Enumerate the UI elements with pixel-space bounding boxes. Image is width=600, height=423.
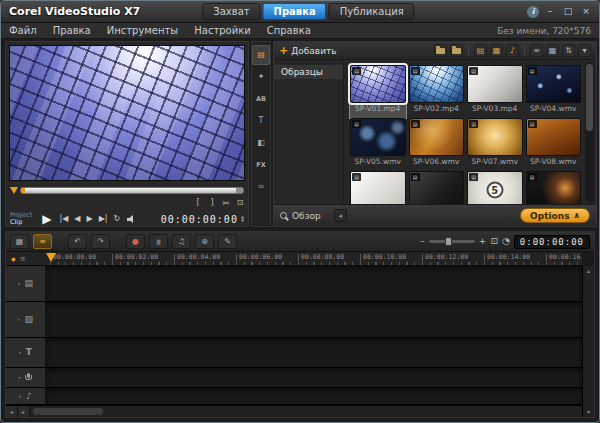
tab-share[interactable]: Публикация <box>329 3 415 20</box>
timeline-view-button[interactable]: ≡ <box>33 234 52 249</box>
duration-icon[interactable]: ◔ <box>502 237 510 246</box>
overlay-track-lane[interactable] <box>46 302 582 337</box>
split-clip-icon[interactable]: ✂ <box>222 199 230 208</box>
timeline-ruler[interactable]: ◆ ≡ 00:00:00:00 00:00:02:00 00:00:04:00 … <box>6 252 582 266</box>
menu-file[interactable]: Файл <box>1 25 45 36</box>
mark-in-button[interactable]: [ <box>194 199 202 207</box>
preview-playhead[interactable] <box>10 187 18 194</box>
title-tab[interactable]: T <box>252 111 270 131</box>
voice-track-header[interactable]: ▸ <box>6 368 46 387</box>
library-clip[interactable]: ▤ SP-V02.mp4 <box>409 65 465 118</box>
tab-capture[interactable]: Захват <box>202 3 260 20</box>
filter-tab[interactable]: FX <box>252 155 270 175</box>
redo-button[interactable]: ↷ <box>91 234 110 249</box>
volume-icon[interactable] <box>127 215 137 224</box>
clip-thumbnail[interactable]: ▤ <box>409 171 465 206</box>
library-clip[interactable]: ▤ SP-V03.mp4 <box>467 65 523 118</box>
scrollbar-thumb[interactable] <box>586 64 593 131</box>
spin-down-icon[interactable]: ▼ <box>241 219 244 223</box>
zoom-in-icon[interactable]: + <box>479 237 487 246</box>
timeline-hscrollbar[interactable]: ◂ ▸ <box>6 405 582 417</box>
filter-photo-icon[interactable]: ▦ <box>490 44 503 57</box>
library-clip[interactable]: ▤ SP-V07.wmv <box>467 118 523 171</box>
tab-edit[interactable]: Правка <box>263 3 327 20</box>
library-clip[interactable]: ▤ SP-V06.wmv <box>409 118 465 171</box>
clip-thumbnail[interactable]: ▤ <box>350 65 406 103</box>
enlarge-preview-icon[interactable]: ⊡ <box>236 199 244 207</box>
zoom-out-icon[interactable]: – <box>420 237 425 246</box>
list-view-icon[interactable]: ≡ <box>530 44 543 57</box>
import-folder-icon[interactable] <box>434 44 447 57</box>
media-library-tab[interactable]: ▤ <box>252 45 270 65</box>
scroll-right-icon[interactable]: ▸ <box>18 406 30 417</box>
track-expand-icon[interactable]: ▸ <box>18 317 21 322</box>
library-navigator-icon[interactable] <box>450 44 463 57</box>
playback-mode-toggle[interactable]: Project Clip <box>10 212 32 226</box>
library-clip[interactable]: ▤ <box>350 171 406 206</box>
music-track-lane[interactable] <box>46 388 582 404</box>
clip-thumbnail[interactable]: ▤ <box>526 118 582 156</box>
library-clip[interactable]: ▤ SP-V04.wmv <box>526 65 582 118</box>
menu-settings[interactable]: Настройки <box>186 25 258 36</box>
subtitle-editor-button[interactable]: ✎ <box>218 234 237 249</box>
more-options-icon[interactable]: ▾ <box>578 44 591 57</box>
menu-help[interactable]: Справка <box>259 25 319 36</box>
instant-project-tab[interactable]: ✦ <box>252 67 270 87</box>
end-button[interactable]: ▶| <box>99 215 108 223</box>
clip-thumbnail[interactable]: ▤ <box>350 171 406 206</box>
music-track-header[interactable]: ▸ ♪ <box>6 388 46 404</box>
filter-audio-icon[interactable]: ♪ <box>506 44 519 57</box>
menu-tools[interactable]: Инструменты <box>99 25 187 36</box>
motion-tracking-button[interactable]: ⊕ <box>195 234 214 249</box>
track-expand-icon[interactable]: ▸ <box>18 281 21 286</box>
collapse-folders-icon[interactable]: ◂ <box>334 209 347 222</box>
timeline-playhead[interactable] <box>46 253 56 262</box>
undo-button[interactable]: ↶ <box>68 234 87 249</box>
fit-timeline-icon[interactable]: ⊡ <box>490 237 498 246</box>
browse-button[interactable]: Обзор <box>292 211 321 221</box>
help-info-icon[interactable]: i <box>527 6 539 18</box>
track-expand-icon[interactable]: ▸ <box>19 350 22 355</box>
prev-frame-button[interactable]: ◀ <box>74 215 80 223</box>
preview-seekbar[interactable] <box>20 187 244 194</box>
mark-out-button[interactable]: ] <box>208 199 216 207</box>
clip-thumbnail[interactable]: ▤ <box>409 118 465 156</box>
clip-thumbnail[interactable]: ▤ <box>526 171 582 206</box>
cue-marker-icon[interactable]: ◆ <box>11 256 16 262</box>
clip-thumbnail[interactable]: ▤ <box>409 65 465 103</box>
clip-mode-label[interactable]: Clip <box>10 219 32 226</box>
track-expand-icon[interactable]: ▸ <box>19 375 22 380</box>
clip-thumbnail[interactable]: ▤ <box>467 118 523 156</box>
play-button[interactable]: ▶ <box>42 213 51 225</box>
next-frame-button[interactable]: ▶ <box>87 215 93 223</box>
voice-track-lane[interactable] <box>46 368 582 387</box>
track-manager-icon[interactable]: ≡ <box>20 256 26 263</box>
zoom-slider[interactable] <box>429 240 475 243</box>
library-clip[interactable]: ▤ SP-V05.wmv <box>350 118 406 171</box>
clip-thumbnail[interactable]: ▤ 5 <box>467 171 523 206</box>
library-clip[interactable]: ▤ <box>526 171 582 206</box>
timeline-vscrollbar[interactable]: ▴ ▾ <box>582 266 594 417</box>
scroll-up-icon[interactable]: ▴ <box>587 268 590 274</box>
maximize-button[interactable]: □ <box>561 6 575 18</box>
record-capture-button[interactable]: ● <box>126 234 145 249</box>
sound-mixer-button[interactable]: ≡ <box>149 234 168 249</box>
scroll-left-icon[interactable]: ◂ <box>6 406 18 417</box>
video-track-lane[interactable] <box>46 266 582 301</box>
graphic-tab[interactable]: ◧ <box>252 133 270 153</box>
title-track-lane[interactable] <box>46 338 582 367</box>
close-button[interactable]: × <box>579 6 593 18</box>
filter-video-icon[interactable]: ▤ <box>474 44 487 57</box>
zoom-slider-knob[interactable] <box>445 237 452 246</box>
video-track-header[interactable]: ▸ ▤ <box>6 266 46 301</box>
menu-edit[interactable]: Правка <box>45 25 99 36</box>
overlay-track-header[interactable]: ▸ ▧ <box>6 302 46 337</box>
motion-path-tab[interactable]: ≈ <box>252 177 270 197</box>
scroll-down-icon[interactable]: ▾ <box>587 409 590 415</box>
library-clip[interactable]: ▤ SP-V01.mp4 <box>350 65 406 118</box>
minimize-button[interactable]: – <box>543 6 557 18</box>
auto-music-button[interactable]: ♫ <box>172 234 191 249</box>
library-clip[interactable]: ▤ <box>409 171 465 206</box>
clip-thumbnail[interactable]: ▤ <box>526 65 582 103</box>
track-expand-icon[interactable]: ▸ <box>19 394 22 399</box>
